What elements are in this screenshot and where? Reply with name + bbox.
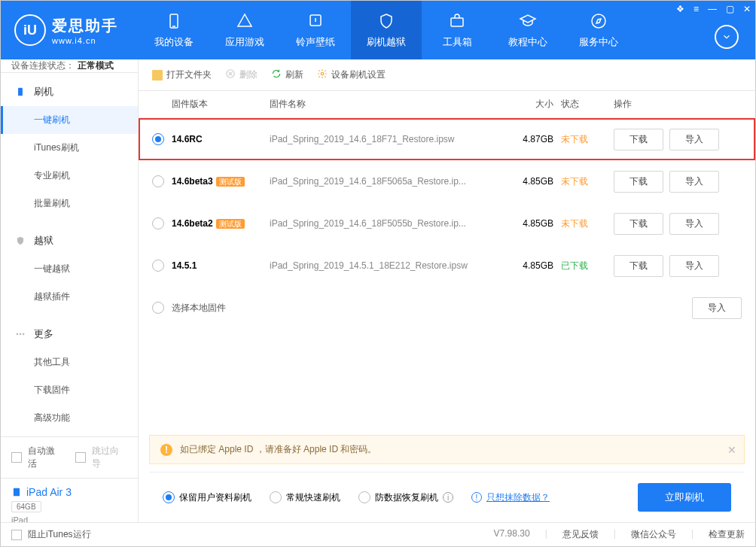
logo-icon: iU — [14, 14, 46, 46]
expand-button[interactable] — [715, 25, 739, 49]
th-name: 固件名称 — [270, 98, 501, 111]
sidebar-item-pro-flash[interactable]: 专业刷机 — [1, 162, 138, 190]
table-row[interactable]: 14.5.1 iPad_Spring_2019_14.5.1_18E212_Re… — [139, 245, 755, 287]
block-itunes-checkbox[interactable] — [11, 530, 22, 540]
option-keep-data[interactable]: 保留用户资料刷机 — [163, 491, 251, 504]
footer: 阻止iTunes运行 V7.98.30 | 意见反馈 | 微信公众号 | 检查更… — [1, 522, 755, 546]
radio-keep-data[interactable] — [163, 491, 175, 503]
download-button[interactable]: 下载 — [614, 213, 663, 235]
nav-my-device[interactable]: 我的设备 — [139, 1, 209, 59]
sidebar-group-more[interactable]: 更多 — [1, 320, 138, 348]
logo[interactable]: iU 爱思助手 www.i4.cn — [1, 14, 139, 46]
radio-firmware[interactable] — [152, 133, 164, 145]
sidebar-item-one-click-flash[interactable]: 一键刷机 — [1, 106, 138, 134]
download-button[interactable]: 下载 — [614, 171, 663, 193]
svg-point-13 — [321, 72, 324, 75]
refresh-icon — [271, 68, 282, 81]
more-icon — [14, 328, 26, 340]
import-button[interactable]: 导入 — [669, 129, 719, 150]
minimize-button[interactable]: — — [708, 4, 717, 14]
flash-now-button[interactable]: 立即刷机 — [638, 483, 731, 512]
skin-icon[interactable]: ❖ — [676, 4, 684, 14]
fw-size: 4.85GB — [501, 176, 561, 187]
th-status: 状态 — [561, 98, 614, 111]
maximize-button[interactable]: ▢ — [726, 4, 734, 14]
auto-activate-checkbox[interactable] — [11, 452, 22, 463]
nav-ringtones[interactable]: 铃声壁纸 — [280, 1, 351, 59]
nav-service[interactable]: 服务中心 — [563, 1, 634, 59]
sidebar-item-itunes-flash[interactable]: iTunes刷机 — [1, 134, 138, 162]
sidebar: 设备连接状态： 正常模式 刷机 一键刷机 iTunes刷机 专业刷机 批量刷机 … — [1, 59, 139, 522]
fw-status: 未下载 — [561, 217, 614, 230]
sidebar-group-jailbreak[interactable]: 越狱 — [1, 226, 138, 255]
compass-icon — [589, 11, 608, 31]
radio-recovery[interactable] — [358, 491, 370, 503]
sidebar-group-flash[interactable]: 刷机 — [1, 77, 138, 106]
toolbox-icon — [447, 11, 467, 31]
graduation-icon — [518, 11, 538, 31]
info-icon[interactable]: i — [443, 492, 453, 503]
radio-local[interactable] — [152, 302, 164, 314]
radio-normal[interactable] — [270, 491, 282, 503]
nav-toolbox[interactable]: 工具箱 — [422, 1, 492, 59]
refresh-button[interactable]: 刷新 — [271, 68, 303, 81]
flash-settings-button[interactable]: 设备刷机设置 — [317, 68, 386, 81]
sidebar-item-one-click-jb[interactable]: 一键越狱 — [1, 255, 138, 283]
option-recovery[interactable]: 防数据恢复刷机 i — [358, 491, 453, 504]
close-warning-button[interactable]: ✕ — [727, 444, 736, 456]
folder-icon — [152, 70, 163, 81]
fw-size: 4.87GB — [501, 134, 561, 144]
download-button[interactable]: 下载 — [614, 129, 663, 150]
option-normal[interactable]: 常规快速刷机 — [270, 491, 340, 504]
svg-rect-3 — [451, 18, 463, 26]
fw-version: 14.6beta2测试版 — [172, 218, 270, 229]
radio-firmware[interactable] — [152, 217, 164, 229]
feedback-link[interactable]: 意见反馈 — [562, 528, 599, 541]
warning-icon: ! — [160, 444, 172, 456]
radio-firmware[interactable] — [152, 175, 164, 187]
toolbar: 打开文件夹 删除 刷新 设备刷机设置 — [139, 59, 755, 91]
close-button[interactable]: ✕ — [743, 4, 751, 14]
svg-rect-9 — [14, 488, 20, 497]
open-folder-button[interactable]: 打开文件夹 — [152, 68, 212, 81]
device-panel[interactable]: iPad Air 3 64GB iPad — [1, 478, 138, 522]
sidebar-item-download-fw[interactable]: 下载固件 — [1, 376, 138, 404]
top-nav: 我的设备 应用游戏 铃声壁纸 刷机越狱 工具箱 教程中心 服务中心 — [139, 1, 634, 59]
import-local-button[interactable]: 导入 — [692, 297, 742, 319]
fw-version: 14.6beta3测试版 — [172, 176, 270, 187]
menu-icon[interactable]: ≡ — [694, 4, 699, 14]
table-row[interactable]: 14.6RC iPad_Spring_2019_14.6_18F71_Resto… — [139, 118, 755, 160]
erase-link[interactable]: ! 只想抹除数据？ — [471, 491, 550, 504]
jailbreak-icon — [14, 235, 26, 247]
update-link[interactable]: 检查更新 — [709, 528, 745, 541]
delete-button: 删除 — [225, 68, 258, 81]
skip-wizard-checkbox[interactable] — [75, 452, 86, 463]
main-content: 打开文件夹 删除 刷新 设备刷机设置 固件版本 固件名称 大小 状态 操作 — [139, 59, 755, 522]
import-button[interactable]: 导入 — [669, 213, 719, 235]
import-button[interactable]: 导入 — [669, 255, 719, 277]
nav-tutorials[interactable]: 教程中心 — [492, 1, 563, 59]
download-button[interactable]: 下载 — [614, 255, 663, 277]
fw-name: iPad_Spring_2019_14.6_18F5065a_Restore.i… — [270, 176, 501, 187]
fw-status: 未下载 — [561, 133, 614, 146]
device-name: iPad Air 3 — [11, 486, 127, 498]
nav-apps[interactable]: 应用游戏 — [209, 1, 280, 59]
nav-flash-jailbreak[interactable]: 刷机越狱 — [351, 1, 422, 59]
table-row[interactable]: 14.6beta2测试版 iPad_Spring_2019_14.6_18F50… — [139, 202, 755, 245]
table-row[interactable]: 14.6beta3测试版 iPad_Spring_2019_14.6_18F50… — [139, 160, 755, 202]
sidebar-item-advanced[interactable]: 高级功能 — [1, 404, 138, 432]
block-itunes-label: 阻止iTunes运行 — [28, 528, 91, 541]
radio-firmware[interactable] — [152, 260, 164, 272]
music-icon — [306, 11, 325, 31]
svg-rect-7 — [20, 333, 21, 335]
import-button[interactable]: 导入 — [669, 171, 719, 193]
wechat-link[interactable]: 微信公众号 — [631, 528, 676, 541]
sidebar-item-other-tools[interactable]: 其他工具 — [1, 348, 138, 376]
svg-rect-5 — [18, 88, 23, 96]
sidebar-item-jb-plugins[interactable]: 越狱插件 — [1, 283, 138, 311]
skip-wizard-label: 跳过向导 — [92, 445, 127, 470]
flash-icon — [14, 86, 26, 98]
info-icon-blue: ! — [471, 492, 482, 503]
sidebar-item-batch-flash[interactable]: 批量刷机 — [1, 190, 138, 217]
local-firmware-row[interactable]: 选择本地固件 导入 — [139, 287, 755, 329]
